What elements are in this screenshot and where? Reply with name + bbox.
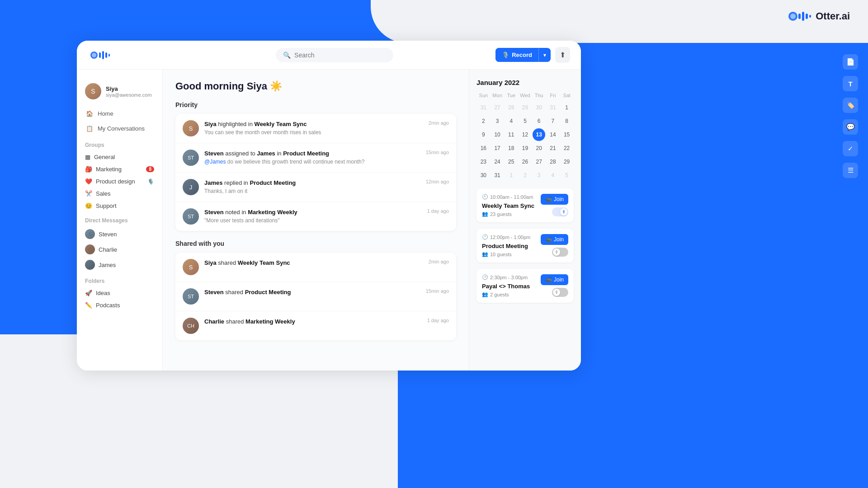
marketing-icon: 🎒 bbox=[85, 166, 92, 173]
cal-day[interactable]: 21 bbox=[547, 142, 559, 155]
calendar-week: 16 17 18 19 20 21 22 bbox=[476, 141, 574, 155]
event-time-text: 10:00am - 11:00am bbox=[490, 194, 533, 200]
cal-day[interactable]: 19 bbox=[519, 142, 531, 155]
cal-day[interactable]: 4 bbox=[547, 169, 559, 182]
cal-day[interactable]: 16 bbox=[477, 142, 490, 155]
cal-day[interactable]: 1 bbox=[505, 169, 518, 182]
dm-item-steven[interactable]: S Steven bbox=[77, 226, 162, 242]
cal-day[interactable]: 15 bbox=[561, 128, 573, 141]
activity-content: Siya shared Weekly Team Sync bbox=[204, 259, 423, 267]
doc-icon[interactable]: 📄 bbox=[843, 54, 858, 70]
group-item-support[interactable]: 😊 Support bbox=[77, 200, 162, 212]
cal-day[interactable]: 2 bbox=[519, 169, 531, 182]
calendar-week: 9 10 11 12 13 14 15 bbox=[476, 128, 574, 141]
cal-day[interactable]: 27 bbox=[533, 155, 545, 168]
check-icon[interactable]: ✓ bbox=[843, 141, 858, 156]
tag-icon[interactable]: 🏷️ bbox=[843, 98, 858, 113]
dm-item-charlie[interactable]: C Charlie bbox=[77, 242, 162, 257]
list-icon[interactable]: ☰ bbox=[843, 163, 858, 178]
cal-day[interactable]: 1 bbox=[561, 101, 573, 114]
cal-day[interactable]: 29 bbox=[519, 101, 531, 114]
guests-icon: 👥 bbox=[482, 251, 488, 257]
search-input[interactable] bbox=[294, 52, 386, 59]
guests-icon: 👥 bbox=[482, 211, 488, 217]
cal-day[interactable]: 4 bbox=[505, 115, 518, 127]
join-label: Join bbox=[554, 236, 564, 243]
sidebar-item-home[interactable]: 🏠 Home bbox=[81, 107, 158, 121]
greeting: Good morning Siya ☀️ bbox=[175, 80, 456, 92]
group-item-general[interactable]: ▦ General bbox=[77, 151, 162, 163]
mic-toggle-3[interactable]: 🎙 bbox=[552, 288, 568, 297]
cal-day[interactable]: 9 bbox=[477, 128, 490, 141]
cal-day[interactable]: 27 bbox=[491, 101, 504, 114]
record-button-main[interactable]: 🎙️ Record bbox=[495, 48, 538, 62]
shared-item: CH Charlie shared Marketing Weekly 1 day… bbox=[175, 311, 456, 340]
join-button-2[interactable]: 📹 Join bbox=[541, 234, 568, 245]
cal-day[interactable]: 6 bbox=[533, 115, 545, 127]
main-card: 🔍 🎙️ Record ▾ ⬆ S Siya bbox=[77, 41, 581, 371]
clock-icon: 🕑 bbox=[482, 274, 488, 280]
cal-day[interactable]: 23 bbox=[477, 155, 490, 168]
cal-day[interactable]: 31 bbox=[477, 101, 490, 114]
cal-day[interactable]: 3 bbox=[491, 115, 504, 127]
chat-icon[interactable]: 💬 bbox=[843, 119, 858, 135]
cal-day[interactable]: 2 bbox=[477, 115, 490, 127]
cal-day[interactable]: 5 bbox=[519, 115, 531, 127]
cal-day[interactable]: 5 bbox=[561, 169, 573, 182]
cal-day[interactable]: 8 bbox=[561, 115, 573, 127]
calendar-week: 23 24 25 26 27 28 29 bbox=[476, 155, 574, 169]
search-bar[interactable]: 🔍 bbox=[276, 48, 393, 62]
cal-day[interactable]: 25 bbox=[505, 155, 518, 168]
search-icon: 🔍 bbox=[283, 52, 291, 59]
cal-day[interactable]: 26 bbox=[519, 155, 531, 168]
calendar-grid: Sun Mon Tue Wed Thu Fri Sat 31 27 28 29 … bbox=[476, 92, 574, 182]
join-label: Join bbox=[554, 196, 564, 202]
mic-toggle-1[interactable]: 🎙 bbox=[552, 207, 568, 216]
cal-day[interactable]: 20 bbox=[533, 142, 545, 155]
cal-day[interactable]: 7 bbox=[547, 115, 559, 127]
brand-logo: Otter.ai bbox=[785, 8, 850, 24]
activity-title: Charlie shared Marketing Weekly bbox=[204, 318, 422, 326]
join-button-3[interactable]: 📹 Join bbox=[541, 274, 568, 285]
cal-day[interactable]: 18 bbox=[505, 142, 518, 155]
cal-day[interactable]: 10 bbox=[491, 128, 504, 141]
group-item-sales[interactable]: ✂️ Sales bbox=[77, 188, 162, 200]
text-format-icon[interactable]: T bbox=[843, 76, 858, 91]
cal-day[interactable]: 30 bbox=[477, 169, 490, 182]
folder-item-ideas[interactable]: 🚀 Ideas bbox=[77, 287, 162, 299]
mic-toggle-2[interactable]: 🎙 bbox=[552, 248, 568, 257]
cal-day-today[interactable]: 13 bbox=[533, 128, 545, 141]
brand-name: Otter.ai bbox=[816, 10, 850, 22]
join-label: Join bbox=[554, 277, 564, 283]
day-name: Fri bbox=[546, 92, 560, 99]
record-dropdown-button[interactable]: ▾ bbox=[538, 48, 551, 62]
group-item-product-design[interactable]: ❤️ Product design 🎙️ bbox=[77, 175, 162, 188]
cal-day[interactable]: 11 bbox=[505, 128, 518, 141]
cal-day[interactable]: 17 bbox=[491, 142, 504, 155]
guests-count: 10 guests bbox=[490, 252, 512, 257]
cal-day[interactable]: 22 bbox=[561, 142, 573, 155]
record-label: Record bbox=[512, 52, 532, 58]
cal-day[interactable]: 29 bbox=[561, 155, 573, 168]
cal-day[interactable]: 3 bbox=[533, 169, 545, 182]
cal-day[interactable]: 12 bbox=[519, 128, 531, 141]
cal-day[interactable]: 14 bbox=[547, 128, 559, 141]
folder-item-podcasts[interactable]: ✏️ Podcasts bbox=[77, 299, 162, 311]
sales-icon: ✂️ bbox=[85, 190, 92, 197]
cal-day[interactable]: 31 bbox=[491, 169, 504, 182]
cal-day[interactable]: 28 bbox=[505, 101, 518, 114]
cal-day[interactable]: 31 bbox=[547, 101, 559, 114]
cal-day[interactable]: 28 bbox=[547, 155, 559, 168]
group-item-marketing[interactable]: 🎒 Marketing 8 bbox=[77, 163, 162, 175]
sidebar-nav: 🏠 Home 📋 My Conversations bbox=[77, 107, 162, 136]
dm-item-james[interactable]: J James bbox=[77, 257, 162, 272]
event-card-3: 🕑 2:30pm - 3:00pm Payal <> Thomas 👥 2 gu… bbox=[476, 269, 574, 303]
day-name: Tue bbox=[504, 92, 518, 99]
cal-day[interactable]: 30 bbox=[533, 101, 545, 114]
cal-day[interactable]: 24 bbox=[491, 155, 504, 168]
sidebar-item-my-conversations[interactable]: 📋 My Conversations bbox=[81, 122, 158, 136]
join-button-1[interactable]: 📹 Join bbox=[541, 194, 568, 205]
upload-button[interactable]: ⬆ bbox=[555, 47, 570, 63]
product-design-icon: ❤️ bbox=[85, 178, 92, 185]
record-button-group[interactable]: 🎙️ Record ▾ bbox=[495, 48, 551, 62]
